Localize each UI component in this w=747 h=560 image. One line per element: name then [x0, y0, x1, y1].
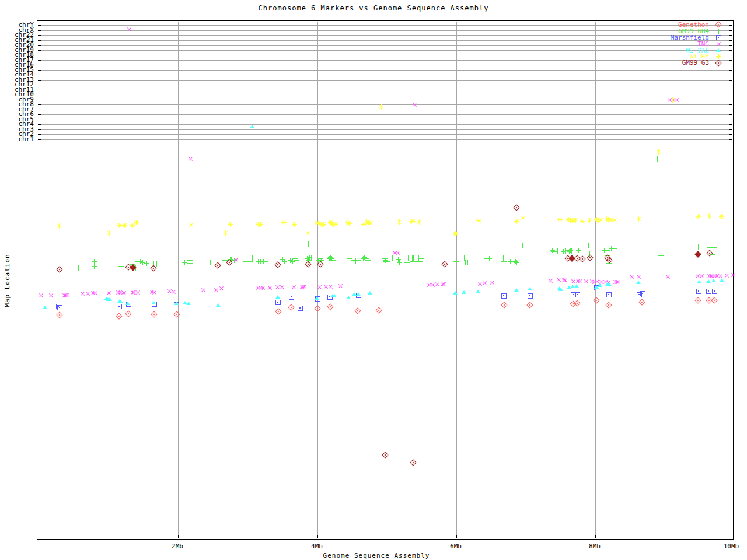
data-point-marker: [593, 297, 599, 303]
data-point-marker: [501, 302, 507, 308]
data-point-marker: [189, 222, 194, 228]
chromosome-gridline: [38, 130, 732, 130]
data-point-marker: [316, 284, 323, 291]
y-axis-tick: [38, 60, 41, 61]
data-point-marker: [656, 149, 661, 155]
y-axis-tick-label: chr1: [0, 136, 34, 142]
data-point-marker: [333, 222, 338, 227]
chromosome-gridline: [38, 110, 732, 110]
data-point-marker: [125, 310, 131, 317]
y-axis-tick: [38, 124, 41, 125]
data-point-marker: [56, 312, 62, 318]
x-axis-tick: [178, 535, 179, 538]
legend-row: Marshfield: [671, 34, 722, 41]
x-axis-tick-label: 4Mb: [311, 542, 323, 550]
data-point-marker: [347, 221, 352, 226]
data-point-marker: [321, 222, 326, 227]
data-point-marker: [411, 101, 418, 108]
data-point-marker: [154, 261, 159, 267]
data-point-marker: [514, 219, 519, 224]
data-point-marker: [125, 302, 130, 305]
data-point-marker: [92, 264, 97, 269]
y-axis-tick: [729, 114, 732, 115]
data-point-marker: [658, 253, 664, 258]
y-axis-tick: [729, 65, 732, 65]
data-point-marker: [501, 259, 507, 264]
legend-marker-glyph: [716, 54, 721, 59]
chart-title: Chromosome 6 Markers vs Genome Sequence …: [0, 4, 747, 12]
data-point-marker: [664, 273, 672, 281]
data-point-marker: [612, 218, 617, 223]
data-point-marker: [43, 306, 47, 309]
chromosome-gridline: [38, 120, 732, 120]
chromosome-gridline: [38, 139, 732, 140]
data-point-marker: [292, 222, 297, 227]
y-axis-tick: [729, 120, 732, 120]
data-point-marker: [556, 253, 561, 258]
y-axis-tick: [38, 75, 41, 75]
y-axis-tick: [38, 35, 41, 36]
data-point-marker: [598, 218, 603, 223]
data-point-marker: [309, 256, 314, 261]
data-point-marker: [355, 258, 361, 263]
x-axis-tick-label: 8Mb: [589, 542, 601, 550]
chromosome-gridline: [38, 50, 732, 51]
data-point-marker: [186, 302, 191, 305]
data-point-marker: [720, 278, 724, 282]
data-point-marker: [543, 256, 549, 261]
data-point-marker: [173, 311, 180, 317]
data-point-marker: [521, 256, 526, 261]
y-axis-tick: [38, 80, 41, 80]
y-axis-tick: [729, 134, 732, 135]
y-axis-tick: [729, 35, 732, 36]
data-point-marker: [697, 280, 701, 284]
data-point-marker: [365, 258, 371, 263]
data-point-marker: [346, 296, 351, 299]
data-point-marker: [520, 243, 525, 249]
data-point-marker: [123, 260, 128, 265]
y-axis-tick: [38, 139, 41, 140]
data-point-marker: [298, 306, 303, 311]
data-point-marker: [488, 257, 494, 262]
y-axis-tick: [729, 130, 732, 130]
data-point-marker: [250, 256, 255, 261]
data-point-marker: [263, 259, 268, 264]
data-point-marker: [640, 291, 645, 296]
data-point-marker: [314, 305, 320, 312]
data-point-marker: [375, 307, 382, 313]
y-axis-tick: [38, 55, 41, 55]
data-point-marker: [635, 273, 643, 281]
data-point-marker: [528, 293, 533, 299]
data-point-marker: [290, 284, 298, 291]
data-point-marker: [294, 258, 299, 263]
chart-canvas: Chromosome 6 Markers vs Genome Sequence …: [0, 0, 747, 560]
data-point-marker: [580, 219, 585, 224]
data-point-marker: [382, 452, 388, 458]
y-axis-tick: [729, 94, 732, 95]
y-axis-tick: [38, 94, 41, 95]
chromosome-gridline: [38, 94, 732, 95]
data-point-marker: [696, 289, 701, 294]
data-point-marker: [712, 289, 717, 294]
data-point-marker: [144, 261, 149, 266]
y-axis-tick: [38, 70, 41, 71]
data-point-marker: [250, 125, 254, 128]
data-point-marker: [306, 242, 311, 247]
y-axis-tick: [729, 80, 732, 80]
data-point-marker: [501, 293, 507, 299]
data-point-marker: [256, 249, 261, 254]
data-point-marker: [670, 97, 675, 103]
chromosome-gridline: [38, 35, 732, 36]
data-point-marker: [330, 258, 336, 263]
data-point-marker: [368, 220, 374, 226]
data-point-marker: [410, 219, 416, 224]
y-axis-tick: [729, 25, 732, 26]
data-point-marker: [655, 156, 660, 162]
chromosome-gridline: [38, 30, 732, 31]
data-point-marker: [514, 260, 519, 265]
data-point-marker: [56, 266, 62, 272]
chromosome-gridline: [38, 134, 732, 135]
data-point-marker: [706, 279, 711, 283]
y-axis-tick: [729, 124, 732, 125]
data-point-marker: [410, 459, 416, 466]
